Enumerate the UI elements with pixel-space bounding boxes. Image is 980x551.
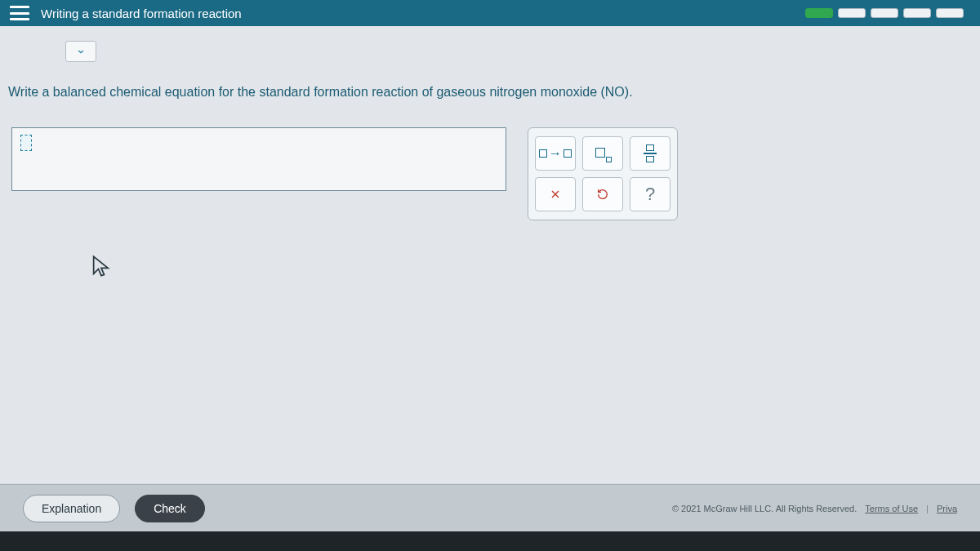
question-mark-icon: ? bbox=[645, 184, 655, 205]
progress-cell bbox=[936, 8, 964, 18]
check-button[interactable]: Check bbox=[135, 495, 205, 522]
footer-bar: Explanation Check © 2021 McGraw Hill LLC… bbox=[0, 484, 980, 531]
input-placeholder-box bbox=[20, 135, 32, 151]
prompt-text-prefix: Write a balanced chemical equation for t… bbox=[8, 85, 600, 99]
progress-cell bbox=[871, 8, 898, 18]
os-taskbar bbox=[0, 531, 980, 551]
subscript-button[interactable] bbox=[582, 136, 623, 171]
arrow-icon: → bbox=[549, 146, 562, 161]
header-bar: Writing a standard formation reaction bbox=[0, 0, 980, 26]
equation-tool-panel: → ? bbox=[528, 127, 678, 220]
copyright-text: © 2021 McGraw Hill LLC. All Rights Reser… bbox=[672, 504, 857, 513]
equation-input[interactable] bbox=[11, 127, 506, 191]
content-area: Write a balanced chemical equation for t… bbox=[0, 26, 980, 483]
help-button[interactable]: ? bbox=[630, 177, 670, 211]
privacy-link[interactable]: Priva bbox=[937, 504, 957, 513]
prompt-text-suffix: . bbox=[629, 85, 632, 99]
separator: | bbox=[926, 504, 929, 513]
chevron-down-icon bbox=[75, 46, 87, 57]
menu-icon[interactable] bbox=[10, 6, 29, 20]
progress-indicator bbox=[805, 8, 964, 18]
hint-dropdown-button[interactable] bbox=[65, 41, 96, 62]
close-icon bbox=[549, 188, 562, 201]
redo-icon bbox=[596, 188, 609, 201]
cursor-icon bbox=[90, 255, 113, 278]
assignment-title: Writing a standard formation reaction bbox=[41, 7, 242, 20]
chemical-formula: (NO) bbox=[600, 85, 629, 99]
clear-button[interactable] bbox=[535, 177, 576, 211]
progress-cell bbox=[805, 8, 833, 18]
explanation-button[interactable]: Explanation bbox=[23, 495, 120, 522]
progress-cell bbox=[838, 8, 866, 18]
terms-link[interactable]: Terms of Use bbox=[865, 504, 918, 513]
copyright-block: © 2021 McGraw Hill LLC. All Rights Reser… bbox=[672, 504, 957, 513]
reset-button[interactable] bbox=[582, 177, 623, 211]
reaction-arrow-button[interactable]: → bbox=[535, 136, 576, 171]
question-prompt: Write a balanced chemical equation for t… bbox=[8, 85, 633, 100]
progress-cell bbox=[903, 8, 931, 18]
fraction-button[interactable] bbox=[630, 136, 670, 171]
